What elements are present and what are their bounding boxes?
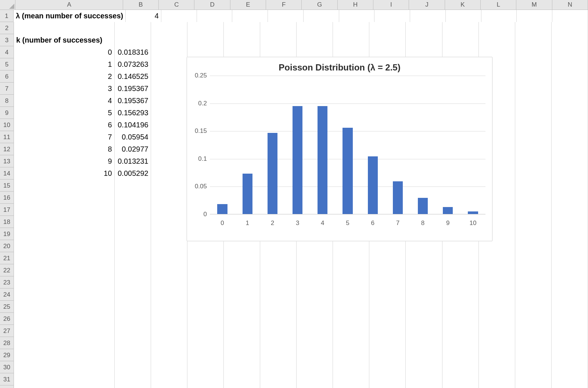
cell-H21[interactable] <box>333 252 369 265</box>
cell-C29[interactable] <box>151 349 187 362</box>
select-all-corner[interactable] <box>0 0 15 10</box>
cell-D22[interactable] <box>187 264 224 277</box>
cell-A9[interactable]: 5 <box>14 107 115 119</box>
cell-A3[interactable]: k (number of successes) <box>14 34 115 47</box>
cell-I26[interactable] <box>369 313 406 325</box>
cell-M9[interactable] <box>515 107 552 119</box>
cell-E29[interactable] <box>224 349 260 362</box>
cell-N5[interactable] <box>552 58 588 71</box>
cell-A1[interactable]: λ (mean number of successes) <box>14 10 126 22</box>
cell-K23[interactable] <box>442 276 479 289</box>
cell-C28[interactable] <box>151 337 187 349</box>
cell-M10[interactable] <box>515 119 552 131</box>
cell-B8[interactable]: 0.195367 <box>115 95 151 107</box>
cell-C7[interactable] <box>151 83 187 95</box>
cell-A6[interactable]: 2 <box>14 70 115 83</box>
cell-G31[interactable] <box>297 373 333 386</box>
cell-N15[interactable] <box>552 180 588 192</box>
cell-M4[interactable] <box>515 46 552 59</box>
cell-E1[interactable] <box>232 10 268 22</box>
column-header-K[interactable]: K <box>445 0 481 10</box>
cell-N10[interactable] <box>552 119 588 131</box>
cell-A13[interactable]: 9 <box>14 155 115 168</box>
cell-N4[interactable] <box>552 46 588 59</box>
cell-I28[interactable] <box>369 337 406 349</box>
cell-A8[interactable]: 4 <box>14 95 115 107</box>
cell-N30[interactable] <box>552 361 588 374</box>
row-header-10[interactable]: 10 <box>0 119 14 131</box>
cell-N24[interactable] <box>552 289 588 301</box>
row-header-23[interactable]: 23 <box>0 276 14 289</box>
cell-G28[interactable] <box>297 337 333 349</box>
cell-B4[interactable]: 0.018316 <box>115 46 151 59</box>
cell-C21[interactable] <box>151 252 187 265</box>
cell-H30[interactable] <box>333 361 369 374</box>
cell-C18[interactable] <box>151 216 187 228</box>
cell-D31[interactable] <box>187 373 224 386</box>
cell-N6[interactable] <box>552 70 588 83</box>
cell-E26[interactable] <box>224 313 260 325</box>
cell-D1[interactable] <box>197 10 233 22</box>
cell-E30[interactable] <box>224 361 260 374</box>
cell-E25[interactable] <box>224 301 260 313</box>
cell-C12[interactable] <box>151 143 187 156</box>
cell-J27[interactable] <box>406 325 442 337</box>
cell-C16[interactable] <box>151 192 187 204</box>
cell-C11[interactable] <box>151 131 187 144</box>
cell-L22[interactable] <box>479 264 515 277</box>
cell-D32[interactable] <box>187 385 224 388</box>
row-header-31[interactable]: 31 <box>0 373 14 385</box>
cell-M8[interactable] <box>515 95 552 107</box>
cell-D20[interactable] <box>187 240 224 253</box>
row-header-24[interactable]: 24 <box>0 289 14 301</box>
cell-F29[interactable] <box>260 349 297 362</box>
cell-H28[interactable] <box>333 337 369 349</box>
cell-K2[interactable] <box>442 22 479 35</box>
row-header-11[interactable]: 11 <box>0 131 14 143</box>
cell-B22[interactable] <box>115 264 151 277</box>
cell-B25[interactable] <box>115 301 151 313</box>
cell-D26[interactable] <box>187 313 224 325</box>
cell-M20[interactable] <box>515 240 552 253</box>
cell-L32[interactable] <box>479 385 515 388</box>
row-header-2[interactable]: 2 <box>0 22 14 34</box>
column-header-M[interactable]: M <box>516 0 552 10</box>
cell-B21[interactable] <box>115 252 151 265</box>
column-header-I[interactable]: I <box>373 0 409 10</box>
cell-N7[interactable] <box>552 83 588 95</box>
cell-I3[interactable] <box>369 34 406 47</box>
cell-K25[interactable] <box>442 301 479 313</box>
column-header-A[interactable]: A <box>15 0 123 10</box>
cell-J24[interactable] <box>406 289 442 301</box>
row-header-19[interactable]: 19 <box>0 228 14 240</box>
column-header-F[interactable]: F <box>266 0 302 10</box>
cell-N21[interactable] <box>552 252 588 265</box>
cell-A15[interactable] <box>14 180 115 192</box>
cell-M2[interactable] <box>515 22 552 35</box>
cell-H1[interactable] <box>339 10 375 22</box>
cell-F2[interactable] <box>260 22 297 35</box>
cell-I20[interactable] <box>369 240 406 253</box>
column-header-D[interactable]: D <box>194 0 230 10</box>
cell-B10[interactable]: 0.104196 <box>115 119 151 131</box>
cell-B29[interactable] <box>115 349 151 362</box>
cell-E32[interactable] <box>224 385 260 388</box>
cell-M3[interactable] <box>515 34 552 47</box>
row-header-4[interactable]: 4 <box>0 46 14 58</box>
cell-J3[interactable] <box>406 34 442 47</box>
cell-K22[interactable] <box>442 264 479 277</box>
cell-B3[interactable] <box>115 34 151 47</box>
cell-N18[interactable] <box>552 216 588 228</box>
cell-N12[interactable] <box>552 143 588 156</box>
cell-D21[interactable] <box>187 252 224 265</box>
cell-B32[interactable] <box>115 385 151 388</box>
cell-L21[interactable] <box>479 252 515 265</box>
cell-I22[interactable] <box>369 264 406 277</box>
cell-C8[interactable] <box>151 95 187 107</box>
cell-C15[interactable] <box>151 180 187 192</box>
cell-A14[interactable]: 10 <box>14 167 115 180</box>
cell-L31[interactable] <box>479 373 515 386</box>
cell-M5[interactable] <box>515 58 552 71</box>
cell-N11[interactable] <box>552 131 588 144</box>
cell-B24[interactable] <box>115 289 151 301</box>
